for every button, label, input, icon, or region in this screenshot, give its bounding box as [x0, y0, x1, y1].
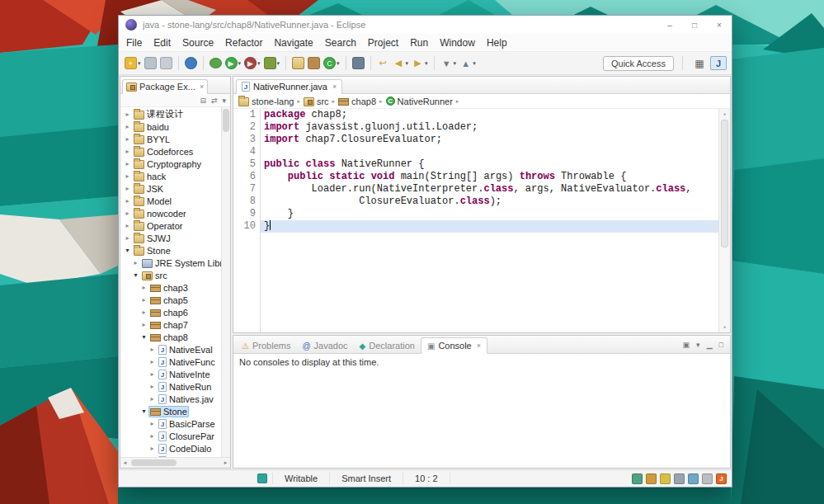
expand-icon[interactable]: ▸ — [148, 420, 157, 427]
menu-navigate[interactable]: Navigate — [268, 35, 318, 51]
tree-item[interactable]: ▸chap5 — [120, 294, 221, 306]
menu-run[interactable]: Run — [404, 35, 434, 51]
expand-icon[interactable]: ▸ — [123, 185, 132, 192]
expand-icon[interactable]: ▸ — [148, 346, 157, 353]
code-line-2[interactable]: import javassist.gluonj.util.Loader; — [264, 121, 718, 134]
tree-item[interactable]: ▸Codeforces — [120, 145, 221, 158]
collapse-icon[interactable]: ▾ — [131, 271, 140, 279]
new-wizard-icon[interactable]: +▾ — [124, 56, 142, 70]
maximize-button[interactable]: □ — [682, 16, 707, 34]
expand-icon[interactable]: ▸ — [123, 111, 132, 118]
editor-tab[interactable]: NativeRunner.java × — [236, 79, 342, 94]
debug-icon[interactable] — [209, 57, 223, 69]
open-perspective-icon[interactable]: ▦ — [691, 56, 708, 70]
java-update-icon[interactable]: J — [716, 473, 727, 484]
scroll-up-icon[interactable]: ▴ — [723, 109, 726, 119]
save-icon[interactable] — [144, 56, 158, 70]
expand-icon[interactable]: ▸ — [139, 284, 148, 291]
scroll-down-icon[interactable]: ▾ — [723, 323, 726, 332]
expand-icon[interactable]: ▸ — [148, 432, 157, 440]
expand-icon[interactable]: ▸ — [139, 309, 148, 316]
code-line-8[interactable]: ClosureEvaluator.class); — [264, 195, 718, 208]
tree-item[interactable]: ▸Natives.jav — [120, 393, 221, 405]
new-class-icon[interactable]: C▾ — [323, 56, 341, 70]
tree-item[interactable]: ▸chap7 — [120, 318, 221, 331]
menu-project[interactable]: Project — [362, 35, 404, 51]
code-line-9[interactable]: } — [264, 208, 718, 220]
expand-icon[interactable]: ▸ — [148, 383, 157, 390]
tree-item[interactable]: ▸JSK — [120, 182, 221, 195]
view-menu-icon[interactable]: ▾ — [222, 97, 226, 105]
code-line-10[interactable]: } — [261, 220, 718, 233]
editor-vscroll-track[interactable] — [719, 119, 730, 323]
expand-icon[interactable]: ▸ — [131, 259, 140, 266]
menu-file[interactable]: File — [120, 35, 148, 51]
expand-icon[interactable]: ▸ — [123, 234, 132, 242]
expand-icon[interactable]: ▸ — [123, 172, 132, 180]
expand-icon[interactable]: ▸ — [123, 197, 132, 205]
package-explorer-close-icon[interactable]: × — [200, 82, 204, 91]
editor-vscroll-thumb[interactable] — [721, 120, 728, 247]
breadcrumb-item-chap8[interactable]: chap8 — [337, 97, 377, 106]
expand-icon[interactable]: ▸ — [148, 445, 157, 452]
maximize-view-icon[interactable]: □ — [719, 341, 723, 349]
collapse-icon[interactable]: ▾ — [139, 407, 148, 415]
titlebar[interactable]: java - stone-lang/src/chap8/NativeRunner… — [119, 16, 732, 34]
tree-item[interactable]: ▸JRE System Libra — [120, 257, 221, 269]
quick-access-button[interactable]: Quick Access — [603, 56, 674, 71]
scroll-left-icon[interactable]: ◂ — [120, 459, 129, 466]
expand-icon[interactable]: ▸ — [148, 358, 157, 365]
dropdown-arrow-icon[interactable]: ▾ — [277, 60, 280, 67]
back-icon[interactable]: ◀▾ — [392, 56, 410, 70]
expand-icon[interactable]: ▸ — [123, 123, 132, 130]
sync-icon[interactable] — [688, 473, 699, 484]
next-annotation-icon[interactable]: ▼▾ — [440, 56, 458, 70]
tree-item[interactable]: ▸NativeEval — [120, 343, 221, 356]
tree-item[interactable]: ▸Model — [120, 195, 221, 207]
dropdown-arrow-icon[interactable]: ▾ — [425, 60, 428, 67]
dropdown-arrow-icon[interactable]: ▾ — [454, 60, 457, 67]
collapse-icon[interactable]: ▾ — [139, 333, 148, 341]
code-line-1[interactable]: package chap8; — [264, 109, 718, 121]
collapse-all-icon[interactable]: ⊟ — [200, 97, 206, 105]
expand-icon[interactable]: ▸ — [123, 135, 132, 143]
explorer-vscroll[interactable] — [221, 107, 230, 457]
collapse-icon[interactable]: ▾ — [123, 247, 132, 254]
previous-annotation-icon[interactable]: ▲▾ — [459, 56, 477, 70]
console-tab-close-icon[interactable]: × — [477, 341, 481, 350]
tree-item[interactable]: ▸NativeRun — [120, 380, 221, 393]
dropdown-arrow-icon[interactable]: ▾ — [473, 60, 476, 67]
code-line-3[interactable]: import chap7.ClosureEvaluator; — [264, 134, 718, 146]
search-icon[interactable] — [351, 56, 365, 70]
open-folder-icon[interactable] — [646, 473, 657, 484]
link-with-editor-icon[interactable]: ⇄ — [211, 97, 218, 105]
tree-item[interactable]: ▸chap3 — [120, 281, 221, 294]
progress-icon[interactable] — [702, 473, 713, 484]
tree-item[interactable]: ▸课程设计 — [120, 108, 221, 120]
code-line-4[interactable] — [264, 146, 718, 158]
tree-item[interactable]: ▸CodeDialo — [120, 442, 221, 455]
tree-item[interactable]: ▾Stone — [120, 405, 221, 417]
console-menu-icon[interactable]: ▾ — [696, 341, 700, 349]
editor-tab-close-icon[interactable]: × — [332, 82, 337, 91]
expand-icon[interactable]: ▸ — [139, 296, 148, 304]
git-staging-icon[interactable] — [632, 473, 643, 484]
tree-item[interactable]: ▸NativeInte — [120, 368, 221, 380]
breadcrumb-item-stone-lang[interactable]: stone-lang — [238, 97, 294, 106]
tree-item[interactable]: ▾src — [120, 269, 221, 281]
code-line-7[interactable]: Loader.run(NativeInterpreter.class, args… — [264, 183, 718, 195]
print-icon[interactable] — [159, 56, 173, 70]
coverage-icon[interactable]: ▾ — [263, 56, 281, 70]
menu-source[interactable]: Source — [177, 35, 219, 51]
scroll-right-icon[interactable]: ▸ — [221, 459, 230, 466]
tree-item[interactable]: ▸Operator — [120, 219, 221, 232]
close-button[interactable]: × — [707, 16, 732, 34]
tree-item[interactable]: ▸ClosurePar — [120, 430, 221, 442]
expand-icon[interactable]: ▸ — [123, 210, 132, 217]
java-perspective-icon[interactable]: J — [710, 56, 727, 70]
code-line-5[interactable]: public class NativeRunner { — [264, 158, 718, 171]
explorer-hscroll-track[interactable] — [129, 458, 221, 468]
expand-icon[interactable]: ▸ — [123, 148, 132, 155]
expand-icon[interactable]: ▸ — [123, 222, 132, 229]
new-package-icon[interactable] — [307, 56, 321, 70]
